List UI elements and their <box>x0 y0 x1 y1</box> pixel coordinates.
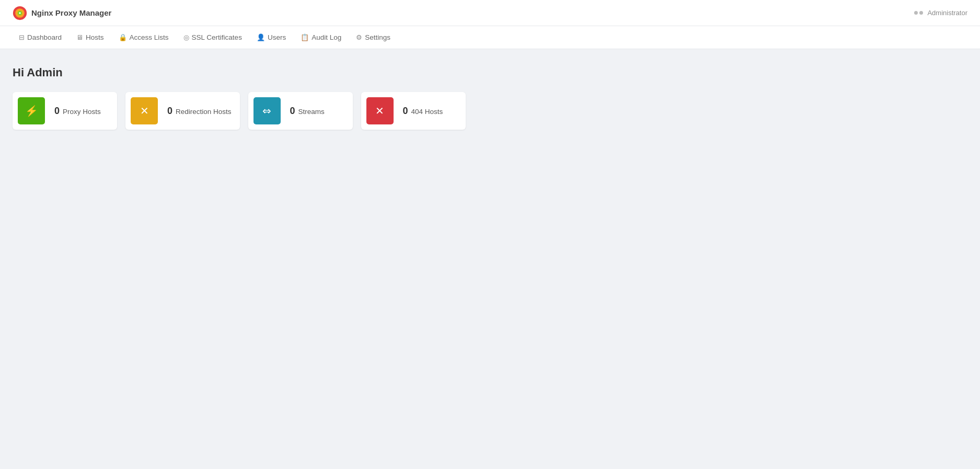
settings-icon: ⚙ <box>356 33 362 41</box>
hosts-icon: 🖥 <box>76 33 83 41</box>
card-label-404-hosts: 404 Hosts <box>411 108 443 116</box>
user-icon <box>914 11 923 15</box>
nav-item-ssl-certificates[interactable]: ◎ SSL Certificates <box>177 29 248 45</box>
nav-label-settings: Settings <box>365 33 390 41</box>
ssl-icon: ◎ <box>183 33 189 41</box>
card-streams[interactable]: ⇔0Streams <box>248 92 353 130</box>
card-label-proxy-hosts: Proxy Hosts <box>63 108 101 116</box>
card-text-streams: 0Streams <box>286 106 333 117</box>
card-text-404-hosts: 0404 Hosts <box>399 106 452 117</box>
svg-point-3 <box>19 12 21 14</box>
app-header: Nginx Proxy Manager Administrator <box>0 0 980 26</box>
nav-label-dashboard: Dashboard <box>27 33 62 41</box>
nav-label-users: Users <box>268 33 286 41</box>
nav-label-access-lists: Access Lists <box>130 33 169 41</box>
nav-item-access-lists[interactable]: 🔒 Access Lists <box>112 29 175 45</box>
app-logo <box>13 6 27 20</box>
nav-label-audit-log: Audit Log <box>312 33 341 41</box>
app-title: Nginx Proxy Manager <box>31 8 111 17</box>
nav-label-hosts: Hosts <box>86 33 104 41</box>
audit-log-icon: 📋 <box>301 33 309 41</box>
main-nav: ⊟ Dashboard 🖥 Hosts 🔒 Access Lists ◎ SSL… <box>0 26 980 49</box>
card-proxy-hosts[interactable]: ⚡0Proxy Hosts <box>13 92 117 130</box>
card-redirection-hosts[interactable]: ✕0Redirection Hosts <box>125 92 240 130</box>
stats-cards: ⚡0Proxy Hosts✕0Redirection Hosts⇔0Stream… <box>13 92 967 130</box>
card-text-proxy-hosts: 0Proxy Hosts <box>50 106 109 117</box>
card-icon-redirection-hosts: ✕ <box>131 97 158 124</box>
card-count-streams: 0 <box>290 106 295 117</box>
header-left: Nginx Proxy Manager <box>13 6 111 20</box>
greeting-heading: Hi Admin <box>13 66 967 79</box>
header-right: Administrator <box>914 9 967 17</box>
nav-item-users[interactable]: 👤 Users <box>250 29 292 45</box>
card-count-404-hosts: 0 <box>403 106 408 117</box>
card-icon-404-hosts: ✕ <box>366 97 394 124</box>
access-lists-icon: 🔒 <box>119 33 127 41</box>
nav-label-ssl: SSL Certificates <box>192 33 242 41</box>
user-label: Administrator <box>927 9 967 17</box>
card-icon-proxy-hosts: ⚡ <box>18 97 45 124</box>
card-label-streams: Streams <box>298 108 325 116</box>
card-count-redirection-hosts: 0 <box>167 106 172 117</box>
card-text-redirection-hosts: 0Redirection Hosts <box>163 106 240 117</box>
main-content: Hi Admin ⚡0Proxy Hosts✕0Redirection Host… <box>0 49 980 146</box>
card-icon-streams: ⇔ <box>253 97 281 124</box>
users-icon: 👤 <box>257 33 265 41</box>
card-404-hosts[interactable]: ✕0404 Hosts <box>361 92 466 130</box>
nav-item-hosts[interactable]: 🖥 Hosts <box>70 29 110 45</box>
nav-item-settings[interactable]: ⚙ Settings <box>350 29 397 45</box>
card-count-proxy-hosts: 0 <box>54 106 60 117</box>
nav-item-audit-log[interactable]: 📋 Audit Log <box>294 29 348 45</box>
nav-item-dashboard[interactable]: ⊟ Dashboard <box>13 29 68 45</box>
dashboard-icon: ⊟ <box>19 33 25 41</box>
card-label-redirection-hosts: Redirection Hosts <box>176 108 232 116</box>
